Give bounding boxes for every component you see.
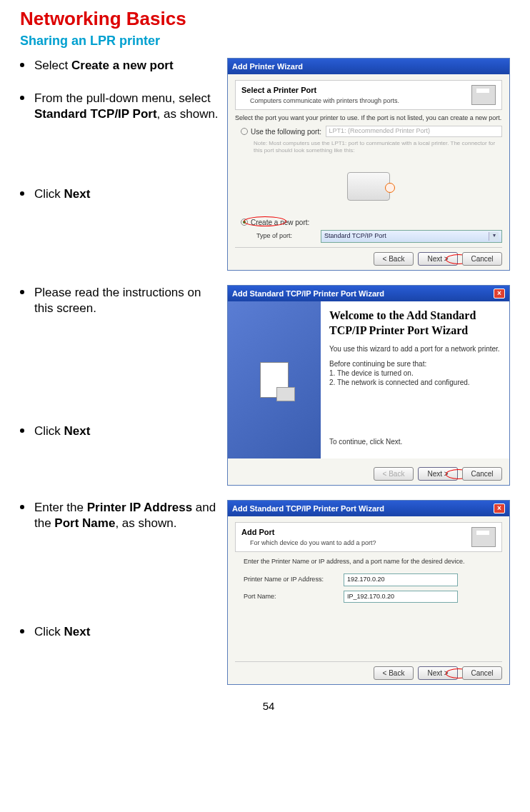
bullet: From the pull-down menu, select Standard…	[20, 91, 220, 122]
close-icon[interactable]: ×	[494, 503, 505, 513]
bullet-dot	[20, 290, 24, 294]
cancel-button[interactable]: Cancel	[462, 252, 502, 266]
next-button[interactable]: Next >	[418, 666, 458, 680]
bullet-text: Please read the instructions on this scr…	[34, 285, 220, 316]
wizard-printer-icon	[260, 362, 289, 398]
bullet: Please read the instructions on this scr…	[20, 285, 220, 316]
port-name-input[interactable]: IP_192.170.0.20	[344, 591, 458, 603]
printer-icon	[471, 527, 496, 547]
bullet-text: Click Next	[34, 624, 220, 640]
wizard-line: You use this wizard to add a port for a …	[329, 344, 501, 354]
titlebar: Add Standard TCP/IP Printer Port Wizard …	[228, 286, 509, 301]
back-button[interactable]: < Back	[374, 666, 414, 680]
bullet-dot	[20, 96, 24, 100]
section1-instructions: Select Create a new port From the pull-d…	[20, 58, 227, 219]
dialog-title: Add Standard TCP/IP Printer Port Wizard	[232, 289, 384, 299]
port-illustration	[235, 158, 502, 215]
field-label: Port Name:	[244, 593, 344, 601]
wizard-line: 2. The network is connected and configur…	[329, 378, 501, 387]
type-of-port-row: Type of port: Standard TCP/IP Port ▾	[246, 230, 502, 243]
printer-icon	[471, 85, 496, 105]
heading: Networking Basics	[20, 7, 517, 31]
bullet-dot	[20, 629, 24, 633]
back-button: < Back	[374, 467, 414, 481]
dialog-buttons: < Back Next > Cancel	[235, 247, 502, 266]
wizard-line: 1. The device is turned on.	[329, 369, 501, 378]
tcpip-wizard-welcome-dialog: Add Standard TCP/IP Printer Port Wizard …	[227, 285, 510, 486]
radio-icon	[241, 128, 248, 135]
illus-printer-icon	[347, 172, 390, 201]
bullet-dot	[20, 428, 24, 433]
wizard-continue: To continue, click Next.	[329, 437, 501, 446]
section2-instructions: Please read the instructions on this scr…	[20, 285, 227, 456]
port-name-row: Port Name: IP_192.170.0.20	[244, 591, 502, 603]
bullet: Enter the Printer IP Address and the Por…	[20, 500, 220, 531]
cancel-button[interactable]: Cancel	[462, 666, 502, 680]
section3-instructions: Enter the Printer IP Address and the Por…	[20, 500, 227, 657]
titlebar: Add Standard TCP/IP Printer Port Wizard …	[228, 501, 509, 516]
close-icon[interactable]: ×	[494, 289, 505, 299]
bullet-dot	[20, 505, 24, 509]
back-button[interactable]: < Back	[374, 252, 414, 266]
opt1-note: Note: Most computers use the LPT1: port …	[254, 140, 502, 155]
header-sub: Computers communicate with printers thro…	[241, 97, 399, 106]
dialog-header: Add Port For which device do you want to…	[235, 522, 502, 552]
create-new-port-radio[interactable]: Create a new port:	[241, 218, 502, 227]
wizard-heading: Welcome to the Add Standard TCP/IP Print…	[329, 309, 501, 339]
bullet-text: Click Next	[34, 423, 220, 439]
radio-label: Create a new port:	[251, 218, 309, 227]
bullet: Click Next	[20, 624, 220, 640]
bullet-text: Enter the Printer IP Address and the Por…	[34, 500, 220, 531]
dialog-buttons: < Back Next > Cancel	[235, 463, 502, 481]
wizard-content: Welcome to the Add Standard TCP/IP Print…	[321, 301, 509, 458]
dialog-desc: Enter the Printer Name or IP address, an…	[244, 558, 502, 566]
bullet-dot	[20, 191, 24, 196]
port-type-select[interactable]: Standard TCP/IP Port ▾	[321, 230, 502, 243]
subheading: Sharing an LPR printer	[20, 33, 517, 49]
wizard-sidebar	[228, 301, 321, 458]
header-title: Add Port	[241, 527, 376, 537]
chevron-down-icon: ▾	[489, 232, 499, 241]
bullet-text: Select Create a new port	[34, 58, 220, 74]
printer-address-row: Printer Name or IP Address: 192.170.0.20	[244, 573, 502, 586]
dialog-title: Add Standard TCP/IP Printer Port Wizard	[232, 503, 384, 513]
dialog-title: Add Printer Wizard	[232, 61, 303, 71]
select-value: Standard TCP/IP Port	[324, 232, 386, 241]
page-number: 54	[20, 699, 517, 713]
dialog-buttons: < Back Next > Cancel	[235, 661, 502, 680]
dialog-header: Select a Printer Port Computers communic…	[235, 80, 502, 110]
cancel-button[interactable]: Cancel	[462, 467, 502, 481]
bullet-text: Click Next	[34, 186, 220, 202]
bullet-text: From the pull-down menu, select Standard…	[34, 91, 220, 122]
printer-address-input[interactable]: 192.170.0.20	[344, 573, 458, 586]
bullet: Click Next	[20, 423, 220, 439]
radio-label: Use the following port:	[251, 127, 321, 136]
header-sub: For which device do you want to add a po…	[241, 539, 376, 548]
wizard-line: Before continuing be sure that:	[329, 359, 501, 369]
titlebar: Add Printer Wizard	[228, 59, 509, 74]
dialog-desc: Select the port you want your printer to…	[235, 114, 502, 123]
bullet-dot	[20, 63, 24, 67]
port-dropdown-disabled: LPT1: (Recommended Printer Port)	[326, 126, 502, 137]
add-printer-wizard-dialog: Add Printer Wizard Select a Printer Port…	[227, 58, 510, 270]
header-title: Select a Printer Port	[241, 85, 399, 95]
next-button[interactable]: Next >	[418, 467, 458, 481]
next-button[interactable]: Next >	[418, 252, 458, 266]
bullet: Select Create a new port	[20, 58, 220, 74]
wizard-body: Welcome to the Add Standard TCP/IP Print…	[228, 301, 509, 458]
illus-connector-icon	[385, 183, 395, 193]
tcpip-wizard-addport-dialog: Add Standard TCP/IP Printer Port Wizard …	[227, 500, 510, 685]
field-label: Printer Name or IP Address:	[244, 576, 344, 584]
bullet: Click Next	[20, 186, 220, 202]
highlight-circle	[244, 216, 286, 226]
type-of-port-label: Type of port:	[256, 232, 321, 241]
use-following-port-radio[interactable]: Use the following port: LPT1: (Recommend…	[241, 126, 502, 137]
